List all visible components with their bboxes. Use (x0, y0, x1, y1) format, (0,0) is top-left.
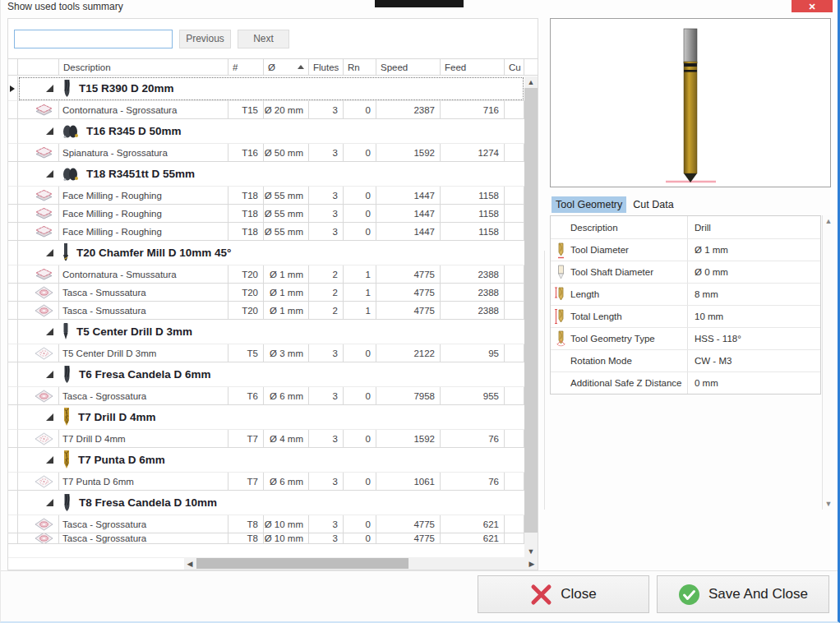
property-value: CW - M3 (688, 350, 820, 371)
vertical-scroll-thumb[interactable] (524, 88, 538, 533)
header-speed[interactable]: Speed (376, 59, 441, 75)
property-scrollbar[interactable]: ▲ ▼ (822, 215, 834, 510)
scroll-down-icon[interactable]: ▼ (524, 546, 538, 557)
header-cut[interactable]: Cu (505, 59, 524, 75)
expander-icon[interactable] (46, 170, 53, 178)
table-row-operation[interactable]: Spianatura - SgrossaturaT16Ø 50 mm301592… (8, 144, 524, 162)
cell-speed: 4775 (376, 284, 441, 302)
table-row-group[interactable]: T5 Center Drill D 3mm (8, 320, 524, 344)
cell-number: T8 (228, 515, 264, 533)
layers-icon (35, 103, 53, 118)
cell-cut (505, 101, 524, 119)
row-gutter (8, 473, 18, 491)
cell-number: T7 (228, 430, 264, 448)
table-row-group[interactable]: T16 R345 D 50mm (8, 119, 524, 144)
scroll-left-icon[interactable]: ◀ (184, 560, 196, 568)
expander-icon[interactable] (46, 456, 53, 464)
window-close-button[interactable]: ✕ (792, 0, 833, 12)
row-gutter (8, 491, 18, 515)
tab-tool-geometry[interactable]: Tool Geometry (552, 196, 626, 213)
table-row-operation[interactable]: T7 Drill D 4mmT7Ø 4 mm30159276 (8, 430, 524, 448)
property-label: Total Length (570, 306, 688, 327)
expander-icon[interactable] (46, 249, 53, 256)
property-row[interactable]: Additional Safe Z Distance0 mm (551, 371, 820, 394)
property-row[interactable]: Length8 mm (551, 283, 820, 305)
shaft-diameter-icon (551, 261, 570, 283)
expander-icon[interactable] (46, 413, 53, 421)
property-row[interactable]: DescriptionDrill (551, 216, 820, 238)
table-row-group[interactable]: T6 Fresa Candela D 6mm (8, 362, 524, 387)
table-row-operation[interactable]: Contornatura - SmussaturaT20Ø 1 mm214775… (8, 265, 524, 284)
table-row-operation[interactable]: Tasca - SmussaturaT20Ø 1 mm2147752388 (8, 302, 524, 320)
horizontal-scroll-thumb[interactable] (196, 558, 408, 569)
expander-icon[interactable] (46, 127, 53, 135)
cell-rn: 0 (344, 223, 376, 241)
cell-feed: 1274 (441, 144, 505, 162)
header-description[interactable]: Description (59, 59, 228, 75)
cell-cut (505, 265, 524, 284)
table-row-operation[interactable]: Tasca - SgrossaturaT6Ø 6 mm307958955 (8, 387, 524, 405)
header-flutes[interactable]: Flutes (309, 59, 344, 75)
property-row[interactable]: Tool Shaft DiameterØ 0 mm (551, 261, 820, 283)
table-row-group[interactable]: T18 R3451tt D 55mm (8, 162, 524, 187)
cell-diameter: Ø 10 mm (264, 533, 309, 544)
panel-splitter[interactable] (544, 251, 545, 510)
cell-diameter: Ø 10 mm (264, 515, 309, 533)
cell-feed: 1158 (441, 187, 505, 205)
row-gutter (8, 265, 18, 284)
property-label: Description (570, 216, 688, 238)
row-gutter (8, 387, 18, 405)
table-row-operation[interactable]: Face Milling - RoughingT18Ø 55 mm3014471… (8, 205, 524, 223)
cell-diameter: Ø 20 mm (264, 101, 309, 119)
cell-number: T20 (228, 302, 264, 320)
table-row-operation[interactable]: Tasca - SgrossaturaT8Ø 10 mm304775621 (8, 515, 524, 533)
table-vertical-scrollbar[interactable]: ▲ ▼ (524, 76, 538, 557)
header-rn[interactable]: Rn (344, 59, 376, 75)
property-row[interactable]: Tool DiameterØ 1 mm (551, 238, 820, 261)
scroll-down-icon[interactable]: ▼ (823, 498, 834, 510)
property-value: Ø 1 mm (688, 239, 820, 261)
tool-table-body: T15 R390 D 20mmContornatura - Sgrossatur… (8, 76, 524, 557)
scroll-up-icon[interactable]: ▲ (823, 215, 834, 227)
table-row-operation[interactable]: Tasca - SgrossaturaT8Ø 10 mm304775621 (8, 533, 524, 544)
tool-diameter-icon (551, 239, 570, 261)
previous-button[interactable]: Previous (179, 30, 231, 48)
table-row-operation[interactable]: T5 Center Drill D 3mmT5Ø 3 mm30212295 (8, 344, 524, 362)
table-row-group[interactable]: T15 R390 D 20mm (8, 76, 524, 101)
expander-icon[interactable] (46, 328, 53, 335)
table-row-group[interactable]: T20 Chamfer Mill D 10mm 45° (8, 241, 524, 265)
row-gutter (8, 284, 18, 302)
property-row[interactable]: Tool Geometry TypeHSS - 118° (551, 327, 820, 349)
table-row-operation[interactable]: Contornatura - SgrossaturaT15Ø 20 mm3023… (8, 101, 524, 119)
cell-cut (505, 344, 524, 362)
table-row-group[interactable]: T7 Drill D 4mm (8, 405, 524, 430)
close-button[interactable]: Close (478, 575, 649, 613)
save-and-close-button[interactable]: Save And Close (657, 575, 829, 613)
property-row[interactable]: Total Length10 mm (551, 305, 820, 327)
next-button[interactable]: Next (238, 30, 289, 48)
expander-icon[interactable] (46, 85, 53, 92)
cell-feed: 76 (441, 430, 505, 448)
scroll-up-icon[interactable]: ▲ (524, 76, 538, 88)
header-diameter[interactable]: Ø (264, 59, 309, 75)
property-row[interactable]: Rotation ModeCW - M3 (551, 349, 820, 371)
expander-icon[interactable] (46, 371, 53, 378)
cell-speed: 1592 (376, 430, 441, 448)
table-row-operation[interactable]: Face Milling - RoughingT18Ø 55 mm3014471… (8, 187, 524, 205)
row-gutter (8, 119, 18, 144)
scroll-right-icon[interactable]: ▶ (526, 560, 538, 568)
table-row-group[interactable]: T8 Fresa Candela D 10mm (8, 491, 524, 515)
cell-cut (505, 533, 524, 544)
table-row-operation[interactable]: T7 Punta D 6mmT7Ø 6 mm30106176 (8, 473, 524, 491)
header-feed[interactable]: Feed (441, 59, 505, 75)
tab-cut-data[interactable]: Cut Data (629, 196, 677, 213)
expander-icon[interactable] (46, 499, 53, 506)
table-row-group[interactable]: T7 Punta D 6mm (8, 448, 524, 473)
length-icon (551, 284, 570, 305)
table-row-operation[interactable]: Tasca - SmussaturaT20Ø 1 mm2147752388 (8, 284, 524, 302)
header-number[interactable]: # (228, 59, 264, 75)
table-horizontal-scrollbar[interactable]: ◀ ▶ (8, 557, 538, 570)
property-value: 10 mm (688, 306, 820, 327)
table-row-operation[interactable]: Face Milling - RoughingT18Ø 55 mm3014471… (8, 223, 524, 241)
search-input[interactable] (14, 30, 173, 48)
